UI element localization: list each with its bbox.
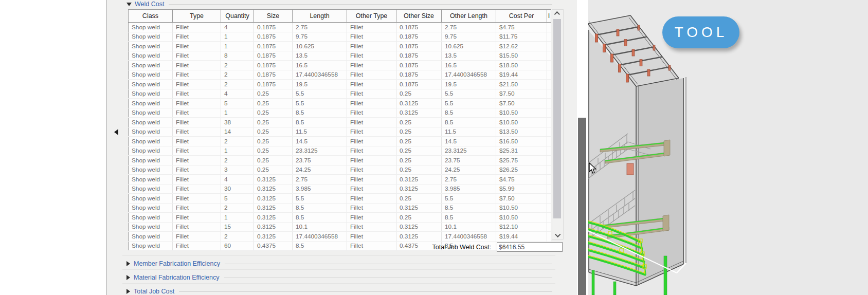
table-row[interactable]: Shop weldFillet20.31258.5Fillet0.31258.5… (129, 203, 551, 213)
section-weld-cost[interactable]: Weld Cost (126, 0, 552, 8)
column-header[interactable]: Cost Per (496, 10, 547, 23)
table-cell: 5.5 (293, 89, 347, 99)
table-row[interactable]: Shop weldFillet20.187517.4400346558Fille… (129, 70, 551, 80)
table-row[interactable]: Shop weldFillet20.2523.75Fillet0.2523.75… (129, 156, 551, 165)
table-cell: 38 (221, 118, 254, 127)
tool-button[interactable]: TOOL (662, 16, 739, 48)
table-row[interactable]: Shop weldFillet40.31252.75Fillet0.31252.… (129, 175, 551, 185)
scroll-up-button[interactable] (552, 10, 562, 18)
table-cell: 14 (221, 127, 254, 137)
table-cell: 13.5 (293, 51, 347, 61)
table-cell: 8.5 (293, 213, 347, 223)
table-cell (547, 146, 551, 156)
column-header[interactable]: Other Length (442, 10, 496, 23)
table-row[interactable]: Shop weldFillet50.31255.5Fillet0.255.5$7… (129, 194, 551, 204)
table-cell: $10.50 (496, 213, 547, 223)
table-row[interactable]: Shop weldFillet20.187519.5Fillet0.187519… (129, 80, 551, 89)
column-header[interactable]: Other Type (347, 10, 396, 23)
table-row[interactable]: Shop weldFillet40.18752.75Fillet0.18752.… (129, 23, 551, 32)
column-header[interactable]: Class (129, 10, 173, 23)
weld-cost-panel: Weld Cost ClassTypeQuantitySizeLengthOth… (107, 0, 577, 295)
table-row[interactable]: Shop weldFillet30.2524.25Fillet0.2524.25… (129, 165, 551, 175)
table-row[interactable]: Shop weldFillet50.255.5Fillet0.31255.5$7… (129, 99, 551, 108)
table-cell (547, 203, 551, 213)
table-cell: 8.5 (442, 213, 496, 223)
table-row[interactable]: Shop weldFillet80.187513.5Fillet0.187513… (129, 51, 551, 61)
table-cell: Shop weld (129, 241, 173, 251)
table-row[interactable]: Shop weldFillet20.2514.5Fillet0.2514.5$1… (129, 137, 551, 146)
chevron-down-icon (126, 3, 132, 6)
table-cell (547, 175, 551, 185)
section-member-fabrication-efficiency[interactable]: Member Fabrication Efficiency (126, 260, 552, 268)
table-cell: 0.25 (396, 89, 442, 99)
section-label: Total Job Cost (134, 288, 174, 295)
table-cell: 0.25 (396, 194, 442, 204)
table-cell: 24.25 (293, 165, 347, 175)
table-cell: 2.75 (293, 23, 347, 32)
column-header[interactable]: Type (173, 10, 221, 23)
table-row[interactable]: Shop weldFillet300.31253.985Fillet0.3125… (129, 184, 551, 194)
table-row[interactable]: Shop weldFillet40.255.5Fillet0.255.5$7.5… (129, 89, 551, 99)
table-row[interactable]: Shop weldFillet10.31258.5Fillet0.258.5$1… (129, 213, 551, 223)
table-cell (547, 89, 551, 99)
section-total-job-cost[interactable]: Total Job Cost (126, 287, 552, 295)
table-cell: 0.25 (254, 137, 293, 146)
table-row[interactable]: Shop weldFillet20.187516.5Fillet0.187516… (129, 61, 551, 70)
column-header[interactable]: I (547, 10, 551, 23)
column-header[interactable]: Length (293, 10, 347, 23)
table-cell: 8 (221, 51, 254, 61)
table-cell (547, 23, 551, 32)
table-row[interactable]: Shop weldFillet20.312517.4400346558Fille… (129, 232, 551, 242)
column-header[interactable]: Size (254, 10, 293, 23)
window-scrollbar[interactable] (577, 0, 588, 295)
model-viewport[interactable]: TOOL (588, 0, 868, 295)
table-cell: 16.5 (442, 61, 496, 70)
table-row[interactable]: Shop weldFillet140.2511.5Fillet0.2511.5$… (129, 127, 551, 137)
table-cell: 0.25 (396, 146, 442, 156)
table-cell: Shop weld (129, 184, 173, 194)
chevron-up-icon (554, 11, 559, 17)
table-cell: $10.50 (496, 203, 547, 213)
table-row[interactable]: Shop weldFillet10.2523.3125Fillet0.2523.… (129, 146, 551, 156)
column-header[interactable]: Quantity (221, 10, 254, 23)
table-row[interactable]: Shop weldFillet10.187510.625Fillet0.1875… (129, 42, 551, 51)
table-row[interactable]: Shop weldFillet10.258.5Fillet0.31258.5$1… (129, 108, 551, 118)
table-scrollbar[interactable] (552, 9, 564, 239)
table-cell: $25.31 (496, 146, 547, 156)
table-cell: Fillet (347, 61, 396, 70)
table-body: Shop weldFillet40.18752.75Fillet0.18752.… (129, 23, 551, 251)
table-cell: 23.75 (442, 156, 496, 165)
table-cell: 0.3125 (396, 184, 442, 194)
table-cell: 0.4375 (254, 241, 293, 251)
table-cell: 0.25 (254, 165, 293, 175)
table-cell (547, 165, 551, 175)
table-cell: 2 (221, 232, 254, 242)
table-cell: 3.985 (442, 184, 496, 194)
table-row[interactable]: Shop weldFillet380.258.5Fillet0.258.5$10… (129, 118, 551, 127)
table-row[interactable]: Shop weldFillet10.18759.75Fillet0.18759.… (129, 32, 551, 42)
table-cell: 0.25 (254, 127, 293, 137)
table-cell: 2 (221, 80, 254, 89)
table-cell: 0.1875 (396, 42, 442, 51)
table-cell: 0.1875 (254, 80, 293, 89)
table-cell: $7.50 (496, 99, 547, 108)
scroll-down-button[interactable] (552, 231, 562, 239)
table-cell: 10.625 (442, 42, 496, 51)
section-material-fabrication-efficiency[interactable]: Material Fabrication Efficiency (126, 273, 552, 282)
total-job-weld-cost-field[interactable] (497, 242, 563, 252)
table-cell: Fillet (173, 61, 221, 70)
column-header[interactable]: Other Size (396, 10, 442, 23)
divider (122, 255, 555, 256)
table-cell: Shop weld (129, 89, 173, 99)
table-cell: 0.25 (254, 89, 293, 99)
table-cell: Shop weld (129, 42, 173, 51)
scrollbar-thumb[interactable] (553, 19, 561, 218)
table-row[interactable]: Shop weldFillet150.312510.1Fillet0.31251… (129, 222, 551, 232)
table-cell: 0.25 (396, 213, 442, 223)
table-cell: 2 (221, 137, 254, 146)
splitter-collapse-icon[interactable] (114, 129, 118, 135)
window-scrollbar-thumb[interactable] (578, 118, 586, 295)
table-cell: 5 (221, 99, 254, 108)
table-cell: $25.75 (496, 156, 547, 165)
table-cell: Shop weld (129, 118, 173, 127)
